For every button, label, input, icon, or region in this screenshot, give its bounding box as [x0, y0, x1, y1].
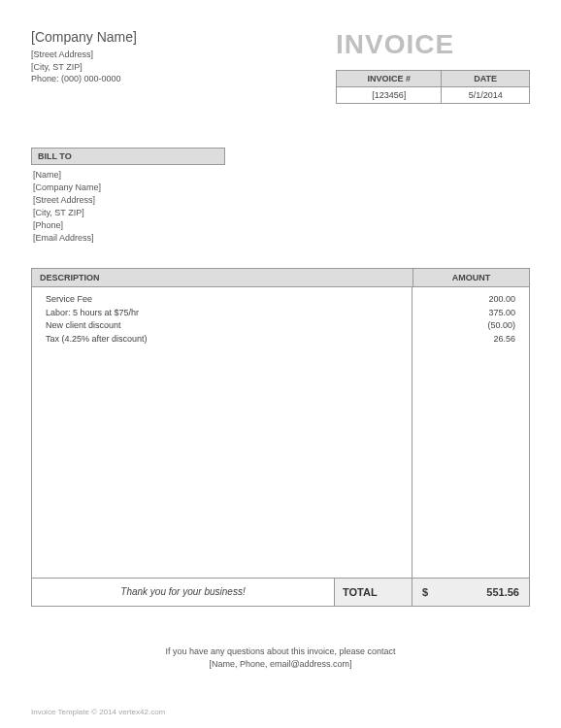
meta-invoice-number: [123456]	[337, 87, 442, 104]
billto-street: [Street Address]	[33, 194, 528, 207]
billto-section: BILL TO [Name] [Company Name] [Street Ad…	[31, 148, 530, 248]
item-row: New client discount (50.00)	[42, 319, 519, 333]
item-amount: 200.00	[412, 293, 519, 307]
total-currency: $	[422, 586, 428, 598]
items-list: Service Fee 200.00 Labor: 5 hours at $75…	[32, 287, 529, 351]
total-amount: 551.56	[486, 586, 519, 598]
footer-line2: [Name, Phone, email@address.com]	[31, 658, 530, 671]
invoice-meta-table: INVOICE # DATE [123456] 5/1/2014	[336, 70, 530, 104]
meta-date: 5/1/2014	[442, 87, 530, 104]
item-row: Labor: 5 hours at $75/hr 375.00	[42, 307, 519, 320]
items-body: Service Fee 200.00 Labor: 5 hours at $75…	[31, 287, 530, 579]
footer-note: If you have any questions about this inv…	[31, 645, 530, 670]
copyright: Invoice Template © 2014 vertex42.com	[31, 708, 165, 716]
header: [Company Name] [Street Address] [City, S…	[31, 29, 530, 104]
billto-body: [Name] [Company Name] [Street Address] […	[31, 165, 530, 248]
col-description: DESCRIPTION	[32, 269, 413, 287]
company-name: [Company Name]	[31, 29, 137, 45]
billto-company: [Company Name]	[33, 182, 528, 194]
col-amount: AMOUNT	[413, 269, 530, 287]
item-amount: 26.56	[412, 333, 519, 347]
item-row: Tax (4.25% after discount) 26.56	[42, 333, 519, 347]
items-column-divider	[412, 287, 412, 578]
total-amount-cell: $ 551.56	[412, 579, 529, 606]
meta-date-label: DATE	[442, 71, 530, 87]
item-desc: Service Fee	[42, 293, 412, 307]
billto-email: [Email Address]	[33, 232, 528, 245]
items-table-header: DESCRIPTION AMOUNT	[31, 268, 530, 287]
item-desc: New client discount	[42, 319, 412, 333]
billto-name: [Name]	[33, 169, 528, 182]
item-desc: Labor: 5 hours at $75/hr	[42, 307, 412, 320]
company-city: [City, ST ZIP]	[31, 61, 137, 74]
thank-you-message: Thank you for your business!	[32, 579, 335, 606]
billto-city: [City, ST ZIP]	[33, 207, 528, 219]
meta-invoice-label: INVOICE #	[337, 71, 442, 87]
company-phone: Phone: (000) 000-0000	[31, 73, 137, 85]
item-row: Service Fee 200.00	[42, 293, 519, 307]
billto-header: BILL TO	[31, 148, 225, 165]
total-label: TOTAL	[335, 579, 412, 606]
company-block: [Company Name] [Street Address] [City, S…	[31, 29, 137, 85]
footer-line1: If you have any questions about this inv…	[31, 645, 530, 658]
billto-phone: [Phone]	[33, 219, 528, 232]
company-street: [Street Address]	[31, 49, 137, 61]
header-right: INVOICE INVOICE # DATE [123456] 5/1/2014	[336, 29, 530, 104]
item-amount: 375.00	[412, 307, 519, 320]
item-desc: Tax (4.25% after discount)	[42, 333, 412, 347]
total-row: Thank you for your business! TOTAL $ 551…	[31, 579, 530, 607]
item-amount: (50.00)	[412, 319, 519, 333]
invoice-title: INVOICE	[336, 29, 530, 60]
